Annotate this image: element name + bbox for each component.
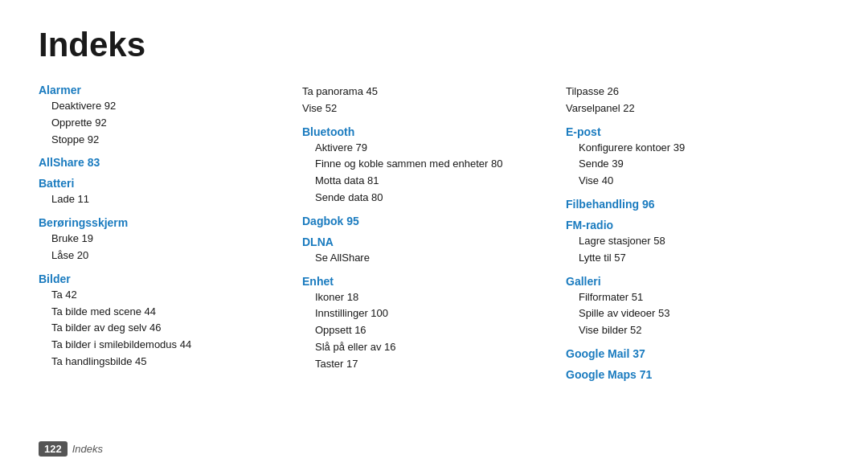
- item-ta-bilde-scene: Ta bilde med scene 44: [51, 304, 289, 321]
- heading-allshare: AllShare 83: [39, 156, 289, 169]
- item-ta-bilder-selv: Ta bilder av deg selv 46: [51, 320, 289, 337]
- heading-dlna: DLNA: [302, 236, 553, 248]
- item-ta-bilder-smilebildemodus: Ta bilder i smilebildemodus 44: [51, 337, 289, 354]
- item-konfigurere-kontoer: Konfigurere kontoer 39: [579, 140, 817, 157]
- item-se-allshare: Se AllShare: [315, 250, 553, 267]
- heading-alarmer: Alarmer: [39, 84, 289, 96]
- item-taster: Taster 17: [315, 356, 553, 373]
- index-columns: Alarmer Deaktivere 92 Opprette 92 Stoppe…: [39, 84, 829, 383]
- item-sende-epost: Sende 39: [579, 156, 817, 173]
- item-lytte-til: Lytte til 57: [579, 250, 817, 267]
- item-låse: Låse 20: [51, 248, 289, 264]
- page-title: Indeks: [39, 26, 829, 64]
- heading-filbehandling: Filbehandling 96: [566, 198, 817, 211]
- item-ta-panorama: Ta panorama 45: [302, 84, 553, 100]
- item-slå-på-eller-av: Slå på eller av 16: [315, 339, 553, 356]
- page-number-badge: 122: [39, 441, 68, 457]
- item-sende-data: Sende data 80: [315, 190, 553, 207]
- item-stoppe: Stoppe 92: [51, 132, 289, 149]
- item-varselpanel: Varselpanel 22: [566, 100, 817, 117]
- item-vise-epost: Vise 40: [579, 173, 817, 190]
- heading-google-mail: Google Mail 37: [566, 347, 817, 360]
- item-opprette: Opprette 92: [51, 115, 289, 132]
- item-vise-panorama: Vise 52: [302, 100, 553, 117]
- column-1: Alarmer Deaktivere 92 Opprette 92 Stoppe…: [39, 84, 302, 383]
- item-ta: Ta 42: [51, 287, 289, 304]
- item-spille-av-videoer: Spille av videoer 53: [579, 305, 817, 322]
- column-3: Tilpasse 26 Varselpanel 22 E-post Konfig…: [566, 84, 829, 383]
- item-motta-data: Motta data 81: [315, 173, 553, 190]
- item-lade: Lade 11: [51, 191, 289, 208]
- page: Indeks Alarmer Deaktivere 92 Opprette 92…: [0, 0, 868, 471]
- heading-berøringsskjerm: Berøringsskjerm: [39, 216, 289, 229]
- item-innstillinger: Innstillinger 100: [315, 305, 553, 322]
- heading-google-maps: Google Maps 71: [566, 368, 817, 381]
- item-ikoner: Ikoner 18: [315, 289, 553, 306]
- item-bruke: Bruke 19: [51, 231, 289, 248]
- column-2: Ta panorama 45 Vise 52 Bluetooth Aktiver…: [302, 84, 566, 383]
- item-finne-koble: Finne og koble sammen med enheter 80: [315, 156, 553, 173]
- heading-bilder: Bilder: [39, 272, 289, 285]
- heading-bluetooth: Bluetooth: [302, 125, 553, 138]
- item-tilpasse: Tilpasse 26: [566, 84, 817, 100]
- item-lagre-stasjoner: Lagre stasjoner 58: [579, 233, 817, 250]
- heading-galleri: Galleri: [566, 275, 817, 288]
- heading-epost: E-post: [566, 125, 817, 138]
- item-vise-bilder: Vise bilder 52: [579, 322, 817, 339]
- heading-enhet: Enhet: [302, 275, 553, 288]
- item-deaktivere: Deaktivere 92: [51, 98, 289, 115]
- item-aktivere: Aktivere 79: [315, 140, 553, 157]
- heading-dagbok: Dagbok 95: [302, 215, 553, 227]
- footer-label: Indeks: [72, 443, 103, 455]
- footer: 122 Indeks: [39, 441, 103, 457]
- heading-batteri: Batteri: [39, 177, 289, 190]
- heading-fmradio: FM-radio: [566, 219, 817, 231]
- item-filformater: Filformater 51: [579, 289, 817, 306]
- item-oppsett: Oppsett 16: [315, 322, 553, 339]
- item-ta-handlingsbilde: Ta handlingsbilde 45: [51, 354, 289, 371]
